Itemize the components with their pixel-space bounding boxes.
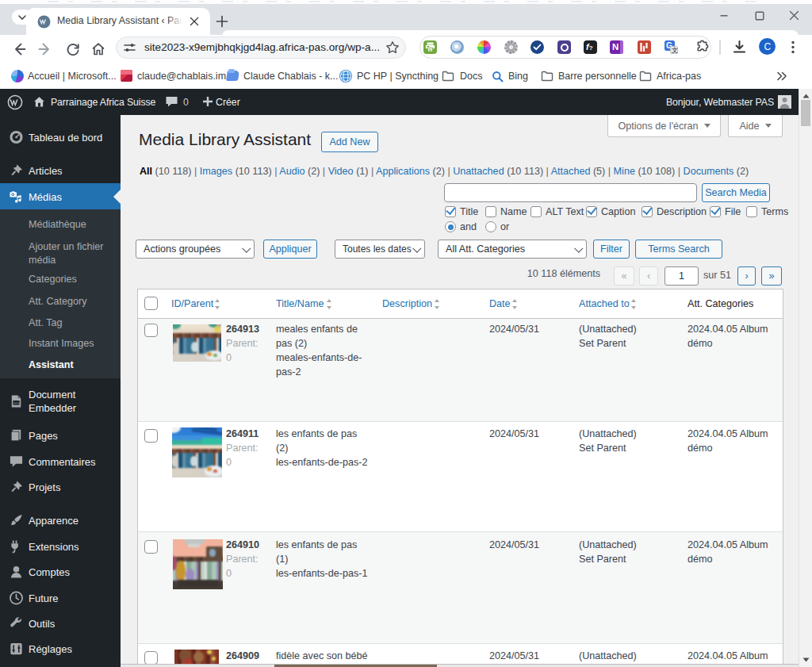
svg-text:DOC: DOC — [13, 401, 21, 405]
